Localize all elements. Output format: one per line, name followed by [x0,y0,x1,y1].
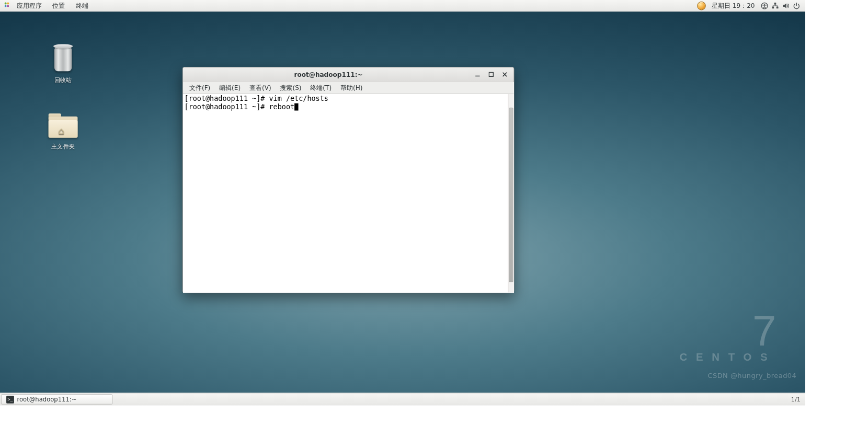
taskbar-item-label: root@hadoop111:~ [17,396,76,403]
centos-brand: 7 CENTOS [679,313,776,364]
svg-rect-8 [776,6,779,8]
terminal-line: [root@hadoop111 ~]# vim /etc/hosts [185,95,328,102]
terminal-window[interactable]: root@hadoop111:~ 文件(F) 编辑(E) 查看(V) 搜索(S)… [182,67,515,293]
top-panel: 应用程序 位置 终端 星期日 19：20 [0,0,805,12]
terminal-content[interactable]: [root@hadoop111 ~]# vim /etc/hosts [root… [183,94,514,292]
home-label: 主文件夹 [41,143,85,151]
minimize-button[interactable] [474,71,481,78]
centos-version: 7 [679,313,776,349]
desktop[interactable]: 回收站 ⌂ 主文件夹 7 CENTOS CSDN @hungry_bread04… [0,12,805,393]
close-button[interactable] [501,71,508,78]
folder-home-icon: ⌂ [47,113,79,140]
menu-terminal[interactable]: 终端(T) [306,82,336,94]
network-icon[interactable] [771,2,779,9]
centos-word: CENTOS [679,351,776,364]
maximize-button[interactable] [487,71,494,78]
trash-desktop-icon[interactable]: 回收站 [41,43,85,85]
trash-icon [50,43,76,74]
terminal-cursor [294,104,298,111]
window-controls [471,71,511,78]
menu-terminal[interactable]: 终端 [71,0,93,12]
terminal-task-icon: >_ [6,396,14,404]
taskbar-item-terminal[interactable]: >_ root@hadoop111:~ [1,394,112,404]
window-titlebar[interactable]: root@hadoop111:~ [183,67,514,82]
top-panel-left: 应用程序 位置 终端 [3,0,94,12]
window-title: root@hadoop111:~ [186,71,471,78]
menu-applications[interactable]: 应用程序 [12,0,47,12]
workspace-switcher[interactable]: 1/1 [791,393,805,405]
volume-icon[interactable] [782,2,790,9]
update-notifier-icon[interactable] [697,1,706,10]
bottom-panel: >_ root@hadoop111:~ 1/1 [0,393,805,405]
svg-point-3 [7,5,9,7]
svg-point-5 [764,3,765,4]
terminal-scrollbar[interactable] [508,94,513,292]
power-icon[interactable] [793,2,801,9]
scrollbar-thumb[interactable] [509,108,513,282]
applications-icon [3,1,11,10]
top-panel-right: 星期日 19：20 [697,1,803,10]
terminal-line: [root@hadoop111 ~]# reboot [185,103,295,111]
menu-edit[interactable]: 编辑(E) [215,82,245,94]
menu-file[interactable]: 文件(F) [185,82,214,94]
menu-view[interactable]: 查看(V) [245,82,275,94]
home-desktop-icon[interactable]: ⌂ 主文件夹 [41,113,85,151]
menu-places[interactable]: 位置 [48,0,70,12]
accessibility-icon[interactable] [761,2,769,9]
svg-rect-10 [489,72,493,76]
svg-point-2 [5,5,7,7]
menu-search[interactable]: 搜索(S) [276,82,306,94]
clock[interactable]: 星期日 19：20 [709,1,758,10]
svg-point-0 [5,3,7,5]
trash-label: 回收站 [41,76,85,85]
menu-help[interactable]: 帮助(H) [336,82,367,94]
svg-rect-6 [774,3,776,5]
svg-point-1 [7,3,9,5]
svg-rect-9 [475,76,479,76]
svg-rect-7 [772,6,774,8]
watermark: CSDN @hungry_bread04 [707,372,796,380]
terminal-menubar: 文件(F) 编辑(E) 查看(V) 搜索(S) 终端(T) 帮助(H) [183,82,514,94]
